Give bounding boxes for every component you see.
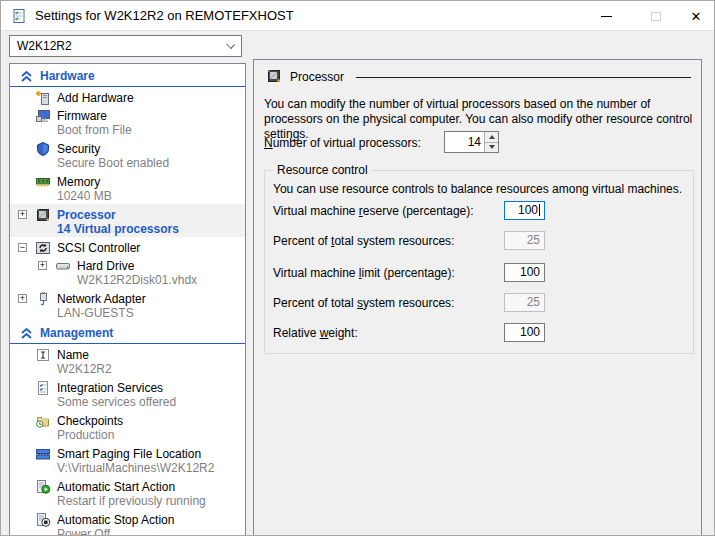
item-label: Checkpoints: [57, 414, 243, 428]
item-sublabel: V:\VirtualMachines\W2K12R2: [57, 461, 243, 476]
resource-row-label: Virtual machine limit (percentage):: [273, 266, 455, 280]
chevron-double-up-icon: [20, 328, 33, 342]
resource-row-label: Virtual machine reserve (percentage):: [273, 204, 474, 218]
item-sublabel: 10240 MB: [57, 189, 243, 204]
settings-window: Settings for W2K12R2 on REMOTEFXHOST ✕ W…: [0, 0, 715, 536]
item-sublabel: Restart if previously running: [57, 494, 243, 509]
settings-navigation-sidebar: HardwareAdd HardwareFirmwareBoot from Fi…: [9, 63, 246, 536]
item-label: Network Adapter: [57, 292, 243, 306]
sidebar-item-name[interactable]: NameW2K12R2: [10, 344, 245, 377]
sidebar-item-hard-drive[interactable]: +Hard DriveW2K12R2Disk01.vhdx: [10, 255, 245, 288]
sidebar-item-integration-services[interactable]: Integration ServicesSome services offere…: [10, 377, 245, 410]
sidebar-item-security[interactable]: SecuritySecure Boot enabled: [10, 138, 245, 171]
hard-drive-icon: [55, 258, 71, 274]
text-caret: [539, 204, 540, 216]
item-label: Automatic Stop Action: [57, 513, 243, 527]
item-label: Integration Services: [57, 381, 243, 395]
resource-value-input: 25: [504, 231, 545, 250]
item-sublabel: 14 Virtual processors: [57, 222, 243, 237]
minimize-icon: [601, 16, 612, 17]
titlebar: Settings for W2K12R2 on REMOTEFXHOST ✕: [1, 1, 714, 31]
processor-icon: [266, 68, 282, 84]
item-label: Automatic Start Action: [57, 480, 243, 494]
security-icon: [35, 141, 51, 157]
collapse-minus-icon[interactable]: −: [18, 243, 27, 252]
item-sublabel: Some services offered: [57, 395, 243, 410]
section-title: Management: [40, 326, 113, 340]
sidebar-item-smart-paging-file-location[interactable]: Smart Paging File LocationV:\VirtualMach…: [10, 443, 245, 476]
panel-title: Processor: [290, 70, 344, 84]
auto-stop-icon: [35, 512, 51, 528]
spinner-buttons: [484, 132, 498, 152]
header-rule: [356, 77, 691, 78]
chevron-double-up-icon: [20, 71, 33, 85]
sidebar-item-scsi-controller[interactable]: −SCSI Controller: [10, 237, 245, 255]
resource-row-label: Percent of total system resources:: [273, 296, 454, 310]
resource-value-input[interactable]: 100: [504, 201, 545, 220]
arrow-down-icon: [489, 145, 495, 149]
maximize-button: [641, 1, 671, 31]
arrow-up-icon: [489, 135, 495, 139]
sidebar-item-network-adapter[interactable]: +Network AdapterLAN-GUESTS: [10, 288, 245, 321]
minimize-button[interactable]: [591, 1, 621, 31]
spin-down-button[interactable]: [485, 143, 498, 153]
expand-plus-icon[interactable]: +: [18, 294, 27, 303]
name-tag-icon: [35, 347, 51, 363]
item-sublabel: Boot from File: [57, 123, 243, 138]
resource-row-label: Relative weight:: [273, 326, 358, 340]
auto-start-icon: [35, 479, 51, 495]
close-icon: ✕: [691, 9, 702, 24]
vm-selector-dropdown[interactable]: W2K12R2: [9, 35, 242, 57]
sidebar-item-checkpoints[interactable]: CheckpointsProduction: [10, 410, 245, 443]
sidebar-item-processor[interactable]: +Processor14 Virtual processors: [10, 204, 245, 237]
item-label: Memory: [57, 175, 243, 189]
item-label: Firmware: [57, 109, 243, 123]
processor-icon: [35, 207, 51, 223]
processor-settings-panel: Processor You can modify the number of v…: [253, 59, 702, 536]
checkpoints-icon: [35, 413, 51, 429]
item-sublabel: Production: [57, 428, 243, 443]
sidebar-item-memory[interactable]: Memory10240 MB: [10, 171, 245, 204]
close-button[interactable]: ✕: [681, 1, 711, 31]
memory-icon: [35, 174, 51, 190]
section-header-hardware[interactable]: Hardware: [10, 68, 245, 87]
expand-plus-icon[interactable]: +: [18, 210, 27, 219]
item-label: Add Hardware: [57, 91, 243, 105]
section-title: Hardware: [40, 69, 95, 83]
integration-services-icon: [35, 380, 51, 396]
resource-row-label: Percent of total system resources:: [273, 234, 454, 248]
window-title: Settings for W2K12R2 on REMOTEFXHOST: [35, 1, 294, 31]
sidebar-item-automatic-stop-action[interactable]: Automatic Stop ActionPower Off: [10, 509, 245, 536]
virtual-processors-spinner[interactable]: 14: [444, 131, 499, 153]
virtual-processors-value[interactable]: 14: [445, 132, 484, 152]
resource-control-group: Resource control You can use resource co…: [264, 170, 694, 354]
item-label: Hard Drive: [77, 259, 243, 273]
spin-up-button[interactable]: [485, 132, 498, 143]
smart-paging-icon: [35, 446, 51, 462]
section-header-management[interactable]: Management: [10, 325, 245, 344]
add-hardware-icon: [35, 90, 51, 106]
item-sublabel: Secure Boot enabled: [57, 156, 243, 171]
resource-value-input[interactable]: 100: [504, 263, 545, 282]
item-label: SCSI Controller: [57, 241, 243, 255]
item-label: Processor: [57, 208, 243, 222]
sidebar-item-automatic-start-action[interactable]: Automatic Start ActionRestart if previou…: [10, 476, 245, 509]
panel-header: Processor: [254, 60, 701, 88]
sidebar-item-firmware[interactable]: FirmwareBoot from File: [10, 105, 245, 138]
toolbar: W2K12R2: [1, 31, 714, 61]
virtual-processors-label: Number of virtual processors:: [264, 136, 421, 150]
item-sublabel: W2K12R2: [57, 362, 243, 377]
item-label: Security: [57, 142, 243, 156]
resource-control-title: Resource control: [273, 163, 372, 177]
resource-control-description: You can use resource controls to balance…: [273, 182, 682, 196]
resource-value-input[interactable]: 100: [504, 323, 545, 342]
scsi-controller-icon: [35, 240, 51, 256]
chevron-down-icon: [226, 40, 235, 49]
item-label: Name: [57, 348, 243, 362]
item-label: Smart Paging File Location: [57, 447, 243, 461]
settings-app-icon: [11, 8, 27, 24]
resource-value-input: 25: [504, 293, 545, 312]
vm-selector-value: W2K12R2: [17, 36, 72, 56]
expand-plus-icon[interactable]: +: [38, 261, 47, 270]
sidebar-item-add-hardware[interactable]: Add Hardware: [10, 87, 245, 105]
